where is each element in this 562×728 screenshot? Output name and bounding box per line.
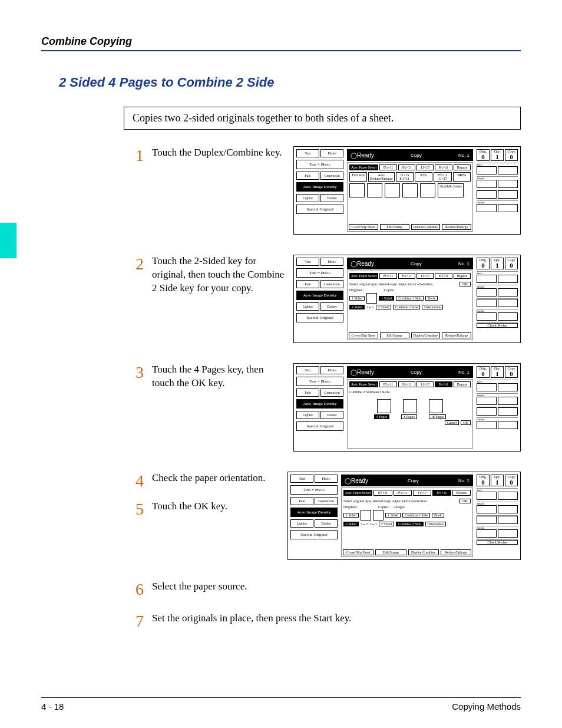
tab-text-photo[interactable]: Text + Photo: [290, 485, 338, 495]
auto-paper-select[interactable]: Auto Paper Select: [349, 273, 378, 279]
ok-button[interactable]: OK: [459, 282, 471, 286]
tray-2[interactable]: 8½×11: [398, 273, 415, 279]
originals-2sided[interactable]: 2 Sided: [343, 522, 359, 526]
cover-slip-button[interactable]: Cover/Slip Sheet: [343, 549, 373, 555]
duplex-option-icon[interactable]: [349, 183, 365, 197]
tray-3[interactable]: 11×17: [416, 273, 434, 279]
reduce-enlarge-button[interactable]: Reduce/Enlarge: [442, 332, 471, 338]
tab-pale[interactable]: Pale: [290, 497, 313, 505]
staple-option[interactable]: [498, 299, 518, 307]
8-pages-button[interactable]: 8 Pages: [401, 414, 417, 419]
tab-generation[interactable]: Generation: [315, 497, 338, 505]
auto-density-button[interactable]: Auto Image Density: [296, 291, 343, 300]
staple-option[interactable]: [498, 407, 518, 416]
darker-button[interactable]: Darker: [320, 411, 343, 419]
ok-button[interactable]: OK: [461, 420, 471, 425]
cover-slip-button[interactable]: Cover/Slip Sheet: [349, 332, 378, 338]
tab-photo[interactable]: Photo: [320, 366, 343, 374]
orientation-button[interactable]: Orientation: [425, 522, 446, 526]
book-button[interactable]: Book: [432, 513, 444, 518]
tab-text-photo[interactable]: Text + Photo: [296, 268, 343, 278]
ratio-preset-2[interactable]: 8½×11 11×17: [434, 172, 451, 182]
combine-2side[interactable]: Combine 2 Side: [393, 305, 421, 309]
tray-4[interactable]: 8½×11: [432, 490, 451, 496]
check-modes-button[interactable]: Check Modes: [477, 323, 518, 328]
darker-button[interactable]: Darker: [320, 194, 343, 202]
tray-4[interactable]: 8½×11: [435, 381, 452, 387]
orientation-button[interactable]: Orientation: [422, 305, 442, 309]
punch-option[interactable]: [498, 529, 518, 538]
punch-option[interactable]: [498, 312, 518, 321]
punch-option[interactable]: [477, 312, 497, 321]
tab-pale[interactable]: Pale: [296, 172, 319, 180]
lighter-button[interactable]: Lighter: [296, 194, 319, 202]
bypass-tray[interactable]: Bypass: [454, 164, 471, 170]
staple-option[interactable]: [477, 505, 497, 513]
sort-option[interactable]: [498, 383, 518, 391]
bypass-tray[interactable]: Bypass: [454, 273, 471, 279]
ratio-preset-1[interactable]: 11×15 8½×11: [396, 172, 414, 182]
16-pages-button[interactable]: 16 Pages: [429, 414, 447, 419]
auto-paper-select[interactable]: Auto Paper Select: [349, 381, 378, 387]
tray-1[interactable]: 8½×11: [379, 381, 396, 387]
staple-option[interactable]: [498, 397, 518, 405]
cover-slip-button[interactable]: Cover/Slip Sheet: [349, 224, 378, 230]
duplex-option-icon[interactable]: [367, 183, 382, 197]
duplex-combine-button[interactable]: Duplex/Combine: [408, 549, 439, 555]
auto-paper-select[interactable]: Auto Paper Select: [343, 490, 372, 496]
staple-option[interactable]: [498, 288, 518, 297]
edit-stamp-button[interactable]: Edit/Stamp: [380, 332, 409, 338]
staple-option[interactable]: [477, 407, 497, 416]
punch-option[interactable]: [477, 529, 497, 538]
tab-text[interactable]: Text: [296, 149, 319, 157]
tab-text[interactable]: Text: [296, 258, 319, 266]
duplex-option-icon[interactable]: [402, 183, 418, 197]
special-original-button[interactable]: Special Original: [290, 530, 338, 539]
tray-3[interactable]: 11×17: [416, 381, 434, 387]
check-modes-button[interactable]: Check Modes: [477, 540, 518, 545]
punch-option[interactable]: [498, 204, 518, 212]
tab-pale[interactable]: Pale: [296, 280, 319, 288]
tab-photo[interactable]: Photo: [320, 149, 343, 157]
copies-1sided[interactable]: 1 Sided: [385, 513, 401, 518]
tray-1[interactable]: 8½×11: [379, 273, 396, 279]
sort-option[interactable]: [477, 275, 497, 283]
lighter-button[interactable]: Lighter: [296, 411, 319, 419]
tab-text[interactable]: Text: [296, 366, 319, 374]
staple-option[interactable]: [498, 516, 518, 524]
auto-paper-select[interactable]: Auto Paper Select: [349, 164, 378, 170]
tab-generation[interactable]: Generation: [320, 388, 343, 397]
tray-4[interactable]: 8½×11: [435, 164, 452, 170]
special-original-button[interactable]: Special Original: [296, 313, 343, 322]
book-button[interactable]: Book: [425, 296, 438, 301]
sort-option[interactable]: [498, 166, 518, 174]
tray-1[interactable]: 8½×11: [379, 164, 396, 170]
duplex-combine-button[interactable]: Duplex/Combine: [411, 332, 441, 338]
tab-generation[interactable]: Generation: [320, 280, 343, 288]
darker-button[interactable]: Darker: [315, 519, 338, 528]
combine-2side[interactable]: Combine 2 Side: [396, 522, 424, 526]
copies-2sided[interactable]: 2 Sided: [379, 522, 394, 526]
bypass-tray[interactable]: Bypass: [454, 381, 471, 387]
tab-text[interactable]: Text: [290, 475, 313, 483]
tray-3[interactable]: 11×17: [416, 164, 434, 170]
reduce-enlarge-button[interactable]: Reduce/Enlarge: [441, 549, 471, 555]
staple-option[interactable]: [477, 397, 497, 405]
darker-button[interactable]: Darker: [320, 302, 343, 311]
auto-density-button[interactable]: Auto Image Density: [296, 399, 343, 409]
cancel-button[interactable]: Cancel: [445, 420, 459, 425]
full-size-button[interactable]: Full Size: [349, 172, 367, 182]
staple-option[interactable]: [477, 180, 497, 188]
tray-3[interactable]: 11×17: [413, 490, 431, 496]
sort-option[interactable]: [477, 492, 497, 500]
originals-1sided[interactable]: 1 Sided: [349, 296, 365, 301]
lighter-button[interactable]: Lighter: [296, 302, 319, 311]
auto-density-button[interactable]: Auto Image Density: [296, 182, 343, 192]
duplex-combine-button[interactable]: Duplex/Combine: [411, 224, 441, 230]
originals-2sided[interactable]: 2 Sided: [349, 305, 365, 309]
tray-2[interactable]: 8½×11: [398, 381, 415, 387]
tab-photo[interactable]: Photo: [320, 258, 343, 266]
sort-option[interactable]: [498, 492, 518, 500]
tab-photo[interactable]: Photo: [315, 475, 338, 483]
staple-option[interactable]: [477, 288, 497, 297]
